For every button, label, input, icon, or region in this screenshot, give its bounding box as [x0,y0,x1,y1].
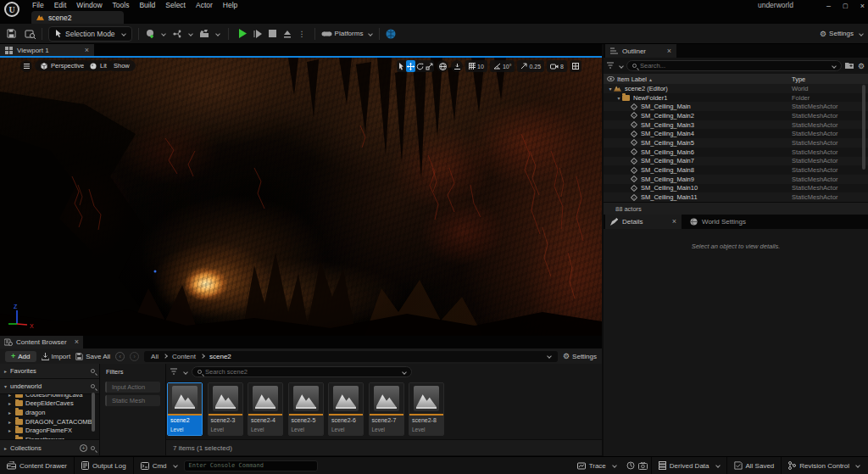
all-saved-button[interactable]: All Saved [727,457,782,474]
content-browser-tab[interactable]: Content Browser × [0,336,83,349]
asset-tile[interactable]: scene2-4 Level [248,382,283,436]
outliner-settings-icon[interactable]: ⚙ [858,62,865,70]
outliner-row[interactable]: SM_Ceiling_Main6 StaticMeshActor [604,148,868,157]
menu-item[interactable]: Build [134,0,160,11]
create-folder-icon[interactable] [845,62,854,70]
insights-icon[interactable] [626,461,635,470]
menu-item[interactable]: Window [71,0,107,11]
output-log-button[interactable]: Output Log [75,457,133,474]
breadcrumb-current[interactable]: scene2 [209,353,231,360]
item-label-column[interactable]: Item Label [617,75,647,83]
rotation-snap-toggle[interactable]: 10° [490,60,515,72]
viewport-canvas[interactable]: Perspective Lit Show 10 10° 0.25 8 [0,58,602,336]
collections-header[interactable]: ▸ Collections + [0,439,100,455]
browse-content-icon[interactable] [25,29,36,39]
perspective-dropdown[interactable]: Perspective [35,60,90,71]
cb-settings-dropdown[interactable]: ⚙ Settings [563,352,597,360]
screenshot-icon[interactable] [638,462,648,470]
unreal-logo-icon[interactable]: U [4,2,19,17]
outliner-scrollbar[interactable] [862,85,865,170]
world-settings-tab[interactable]: World Settings [682,215,754,229]
add-button[interactable]: + Add [5,351,36,362]
menu-item[interactable]: Edit [49,0,72,11]
viewport-tab[interactable]: Viewport 1 × [0,44,94,56]
asset-tile[interactable]: scene2-5 Level [288,382,324,436]
surface-snap-toggle[interactable] [451,60,463,72]
details-tab[interactable]: Details × [605,215,682,229]
asset-tile[interactable]: scene2-7 Level [369,382,404,436]
save-all-button[interactable]: Save All [75,353,110,360]
scale-snap-toggle[interactable]: 0.25 [517,60,544,72]
outliner-row[interactable]: SM_Ceiling_Main5 StaticMeshActor [604,138,868,148]
expand-arrow[interactable]: ▾ [607,86,614,92]
grid-snap-toggle[interactable]: 10 [465,60,487,72]
outliner-row[interactable]: SM_Ceiling_Main3 StaticMeshActor [604,120,868,130]
outliner-tab[interactable]: Outliner × [605,44,676,58]
folder-item[interactable]: ▸ DRAGON_CATACOMB [0,417,99,427]
cmd-dropdown[interactable]: Cmd [134,457,184,474]
outliner-row[interactable]: SM_Ceiling_Main8 StaticMeshActor [604,165,868,175]
viewport-options-menu[interactable] [20,60,32,72]
close-icon[interactable]: × [672,218,676,226]
folder-item[interactable]: ▸ DragonFlameFX [0,426,99,435]
project-header[interactable]: ▾ underworld [0,379,99,394]
search-icon[interactable] [91,446,95,450]
folder-tree-scrollbar[interactable] [92,393,95,432]
asset-tile[interactable]: scene2 Level [167,382,203,436]
world-space-toggle[interactable] [437,60,448,72]
scale-tool[interactable] [425,60,434,72]
search-icon[interactable] [91,384,95,388]
type-column[interactable]: Type [792,75,868,83]
blueprints-dropdown[interactable] [172,30,192,38]
add-collection-icon[interactable]: + [80,444,87,452]
asset-tile[interactable]: scene2-3 Level [208,382,243,436]
asset-tile[interactable]: scene2-6 Level [328,382,364,436]
trace-dropdown[interactable]: Trace [570,457,623,474]
asset-search-input[interactable]: Search scene2 [192,366,412,377]
breadcrumb-content[interactable]: Content [172,353,196,360]
play-options-icon[interactable]: ⋮ [298,30,306,38]
asset-tile[interactable]: scene2-8 Level [409,382,444,436]
close-icon[interactable]: × [667,47,671,55]
menu-item[interactable]: Select [160,0,191,11]
outliner-row[interactable]: SM_Ceiling_Main9 StaticMeshActor [604,175,868,184]
close-button[interactable]: × [860,2,865,10]
camera-speed[interactable]: 8 [547,60,567,72]
select-tool[interactable] [397,60,406,72]
back-button[interactable]: ‹ [115,352,125,361]
filter-icon[interactable] [607,62,616,70]
outliner-row[interactable]: SM_Ceiling_Main2 StaticMeshActor [604,111,868,120]
cinematics-dropdown[interactable] [199,30,220,38]
menu-item[interactable]: Help [218,0,242,11]
add-actor-dropdown[interactable] [145,29,165,39]
minimize-button[interactable]: – [826,2,831,10]
outliner-row[interactable]: SM_Ceiling_Main11 StaticMeshActor [604,192,868,202]
content-drawer-button[interactable]: Content Drawer [0,457,74,474]
filter-pill[interactable]: Input Action [105,382,160,393]
close-icon[interactable]: × [75,338,79,346]
visibility-column-icon[interactable] [604,75,617,83]
filter-pill[interactable]: Static Mesh [105,395,160,406]
maximize-button[interactable]: ▢ [843,3,849,9]
rotate-tool[interactable] [415,60,425,72]
outliner-row[interactable]: ▾ scene2 (Editor) World [604,84,868,93]
stop-button[interactable] [269,30,276,37]
toolbar-settings-dropdown[interactable]: ⚙ Settings [820,30,863,38]
outliner-row[interactable]: SM_Ceiling_Main7 StaticMeshActor [604,157,868,166]
outliner-row[interactable]: SM_Ceiling_Main StaticMeshActor [604,102,868,111]
show-dropdown[interactable]: Show [108,60,136,71]
platforms-dropdown[interactable]: Platforms [321,30,373,37]
eject-button[interactable] [283,30,292,38]
online-learning-icon[interactable] [386,29,396,39]
outliner-row[interactable]: SM_Ceiling_Main10 StaticMeshActor [604,184,868,193]
maximize-viewport-button[interactable] [570,60,581,72]
menu-item[interactable]: Actor [191,0,218,11]
search-icon[interactable] [91,369,95,373]
selection-mode-dropdown[interactable]: Selection Mode [48,26,132,42]
close-icon[interactable]: × [85,47,89,54]
play-button[interactable] [238,29,247,38]
filter-icon[interactable] [170,368,180,376]
save-icon[interactable] [7,29,16,38]
console-input[interactable]: Enter Console Command [184,460,318,471]
favorites-header[interactable]: ▸ Favorites [0,364,99,379]
